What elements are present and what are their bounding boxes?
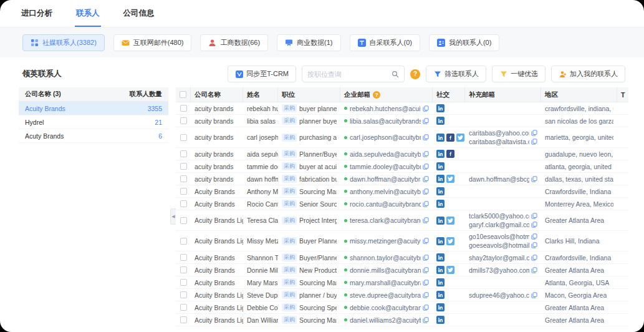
row-checkbox[interactable] xyxy=(180,217,187,224)
select-all-checkbox[interactable] xyxy=(180,91,186,98)
source-chip-4[interactable]: 自采联系人(0) xyxy=(350,34,420,51)
twitter-icon[interactable] xyxy=(456,134,464,142)
copy-icon[interactable] xyxy=(423,292,429,298)
copy-icon[interactable] xyxy=(423,176,429,182)
row-checkbox[interactable] xyxy=(180,134,187,141)
copy-icon[interactable] xyxy=(423,317,429,323)
facebook-icon[interactable] xyxy=(446,134,454,142)
collapse-panel-button[interactable]: ◀ xyxy=(170,208,176,225)
social-links-cell xyxy=(433,301,465,313)
extra-email-cell xyxy=(465,102,541,114)
copy-icon[interactable] xyxy=(531,242,537,248)
row-checkbox[interactable] xyxy=(180,188,187,195)
copy-icon[interactable] xyxy=(423,151,429,157)
copy-icon[interactable] xyxy=(423,305,429,311)
copy-icon[interactable] xyxy=(423,255,429,261)
row-checkbox[interactable] xyxy=(180,266,187,273)
twitter-icon[interactable] xyxy=(446,217,454,225)
search-icon[interactable] xyxy=(391,70,399,78)
verified-dot-icon xyxy=(344,136,347,139)
source-chip-2[interactable]: 工商数据(66) xyxy=(200,34,268,51)
company-row[interactable]: Acuty Brands6 xyxy=(19,129,168,143)
tab-contacts[interactable]: 联系人 xyxy=(75,1,101,27)
help-icon[interactable]: ? xyxy=(410,69,420,79)
linkedin-icon[interactable] xyxy=(436,104,445,112)
company-row[interactable]: Acuity Brands3355 xyxy=(19,102,168,115)
linkedin-icon[interactable] xyxy=(436,278,445,286)
linkedin-icon[interactable] xyxy=(436,162,445,170)
row-checkbox[interactable] xyxy=(180,105,187,112)
copy-icon[interactable] xyxy=(531,267,537,273)
row-checkbox[interactable] xyxy=(180,254,187,261)
linkedin-icon[interactable] xyxy=(436,253,445,261)
copy-icon[interactable] xyxy=(423,280,429,286)
twitter-icon[interactable] xyxy=(446,237,454,245)
copy-icon[interactable] xyxy=(423,188,429,195)
twitter-icon[interactable] xyxy=(446,175,454,183)
linkedin-icon[interactable] xyxy=(436,175,445,183)
twitter-icon[interactable] xyxy=(446,266,454,274)
sync-tcrm-button[interactable]: 同步至T-CRM xyxy=(228,66,296,82)
copy-icon[interactable] xyxy=(531,222,537,228)
tab-company-info[interactable]: 公司信息 xyxy=(122,1,156,27)
linkedin-icon[interactable] xyxy=(436,134,445,142)
truncated-cell xyxy=(617,102,628,114)
contact-company: Acuity Brands xyxy=(195,266,235,274)
copy-icon[interactable] xyxy=(531,233,537,240)
email-help-icon[interactable]: ? xyxy=(373,91,380,99)
linkedin-icon[interactable] xyxy=(436,266,445,274)
position-search-input[interactable] xyxy=(307,71,391,78)
linkedin-icon[interactable] xyxy=(436,303,445,311)
row-checkbox[interactable] xyxy=(180,163,187,170)
copy-icon[interactable] xyxy=(531,176,537,182)
linkedin-icon[interactable] xyxy=(436,217,445,225)
filter-contacts-button[interactable]: 筛选联系人 xyxy=(426,66,486,82)
linkedin-icon[interactable] xyxy=(436,316,445,324)
contact-name: Mary Marshall xyxy=(247,279,278,286)
copy-icon[interactable] xyxy=(423,201,429,207)
copy-icon[interactable] xyxy=(423,118,429,124)
facebook-icon[interactable] xyxy=(446,150,454,158)
copy-icon[interactable] xyxy=(531,130,537,136)
row-checkbox[interactable] xyxy=(180,291,187,298)
extra-email-cell: dawn.hoffman@sbcglobal.net xyxy=(465,173,541,185)
source-chip-3[interactable]: 商业数据(1) xyxy=(277,34,340,51)
extra-email-cell xyxy=(465,198,541,210)
contact-name: carl josephson xyxy=(247,134,278,141)
contact-region: marietta, georgia, united states xyxy=(545,134,613,141)
copy-icon[interactable] xyxy=(531,292,537,298)
contact-position: fabrication buyer an xyxy=(299,175,337,183)
copy-icon[interactable] xyxy=(531,255,537,261)
copy-icon[interactable] xyxy=(423,164,429,170)
linkedin-icon[interactable] xyxy=(436,237,445,245)
tab-import-analysis[interactable]: 进口分析 xyxy=(20,1,54,27)
row-checkbox[interactable] xyxy=(180,117,187,124)
one-click-optimize-button[interactable]: 一键优选 xyxy=(492,66,545,82)
linkedin-icon[interactable] xyxy=(436,150,445,158)
source-chip-1[interactable]: 互联网邮件(480) xyxy=(113,34,192,51)
row-checkbox[interactable] xyxy=(180,175,187,182)
source-chip-0[interactable]: 社媒联系人(3382) xyxy=(22,34,105,51)
linkedin-icon[interactable] xyxy=(436,117,445,125)
linkedin-icon[interactable] xyxy=(436,187,445,195)
header-email: 企业邮箱 ? xyxy=(340,87,433,102)
row-checkbox[interactable] xyxy=(180,279,187,286)
add-to-my-contacts-button[interactable]: 加入我的联系人 xyxy=(551,66,625,82)
copy-icon[interactable] xyxy=(423,267,429,273)
linkedin-icon[interactable] xyxy=(436,291,445,299)
source-chip-5[interactable]: 我的联系人(0) xyxy=(429,34,499,51)
row-checkbox[interactable] xyxy=(180,316,187,323)
copy-icon[interactable] xyxy=(423,105,429,112)
linkedin-icon[interactable] xyxy=(436,200,445,208)
row-checkbox[interactable] xyxy=(180,304,187,311)
company-row[interactable]: Hydrel21 xyxy=(19,115,168,129)
source-chip-label: 我的联系人(0) xyxy=(449,38,491,47)
row-checkbox[interactable] xyxy=(180,200,187,207)
row-checkbox[interactable] xyxy=(180,238,187,245)
copy-icon[interactable] xyxy=(423,217,429,223)
copy-icon[interactable] xyxy=(531,139,537,145)
copy-icon[interactable] xyxy=(531,213,537,219)
row-checkbox[interactable] xyxy=(180,150,187,157)
copy-icon[interactable] xyxy=(423,238,429,244)
copy-icon[interactable] xyxy=(423,134,429,140)
